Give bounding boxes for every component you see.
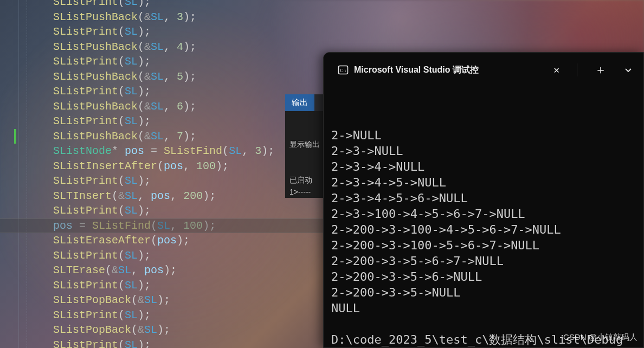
code-line[interactable]: SListPrint(SL); xyxy=(53,248,151,263)
output-header: 显示输出 xyxy=(289,138,324,150)
output-line: 1>----- xyxy=(289,186,324,198)
code-line[interactable]: SListPushBack(&SL, 4); xyxy=(53,40,196,55)
terminal-line: 2->NULL xyxy=(331,127,636,143)
terminal-line: 2->200->3->5->NULL xyxy=(331,285,636,300)
code-line[interactable]: SListPrint(SL); xyxy=(53,308,151,323)
watermark: CSDN @小镇敲码人 xyxy=(563,332,637,343)
terminal-tab[interactable]: C:\ Microsoft Visual Studio 调试控 xyxy=(330,60,486,80)
gutter-change-mark xyxy=(14,129,16,144)
code-line[interactable]: SListPushBack(&SL, 3); xyxy=(53,10,196,25)
terminal-line: 2->3->4->5->NULL xyxy=(331,175,636,190)
output-line: 已启动 xyxy=(289,174,324,186)
terminal-line: 2->200->3->100->5->6->7->NULL xyxy=(331,237,636,253)
close-tab-icon[interactable]: ✕ xyxy=(553,64,559,76)
code-line[interactable]: SListPrint(SL); xyxy=(53,173,151,189)
terminal-line: 2->200->3->100->4->5->6->7->NULL xyxy=(331,222,636,237)
code-line[interactable]: SListPushBack(&SL, 6); xyxy=(53,99,196,114)
current-line-highlight xyxy=(0,218,325,234)
code-line[interactable]: SListPopBack(&SL); xyxy=(53,323,170,338)
output-panel: 输出 显示输出 已启动1>-----1>test1>slis====== xyxy=(285,94,329,198)
terminal-line: 2->200->3->5->6->7->NULL xyxy=(331,253,636,269)
terminal-line: 2->3->100->4->5->6->7->NULL xyxy=(331,206,636,222)
terminal-line: 2->3->NULL xyxy=(331,143,636,159)
terminal-window: C:\ Microsoft Visual Studio 调试控 ✕ ＋ 2->N… xyxy=(323,52,644,348)
titlebar-divider xyxy=(577,63,577,76)
code-editor[interactable]: SListPrint(SL);SListPushBack(&SL, 3);SLi… xyxy=(0,0,325,348)
code-line[interactable]: SLTErase(&SL, pos); xyxy=(53,263,177,278)
code-line[interactable]: SListPrint(SL); xyxy=(53,278,151,293)
code-line[interactable]: SListPopBack(&SL); xyxy=(53,293,170,308)
code-line[interactable]: SListPrint(SL); xyxy=(53,203,151,218)
terminal-titlebar[interactable]: C:\ Microsoft Visual Studio 调试控 ✕ ＋ xyxy=(324,53,643,87)
terminal-line: NULL xyxy=(331,300,636,316)
terminal-tab-title: Microsoft Visual Studio 调试控 xyxy=(354,65,479,76)
code-line[interactable]: SListPrint(SL); xyxy=(53,114,151,129)
svg-text:C:\: C:\ xyxy=(340,68,346,73)
chevron-down-icon[interactable] xyxy=(624,66,633,74)
code-line[interactable]: SLTInsert(&SL, pos, 200); xyxy=(53,189,216,204)
code-line[interactable]: SListPushBack(&SL, 5); xyxy=(53,69,196,85)
code-line[interactable]: SListPrint(SL); xyxy=(53,54,151,69)
code-line[interactable]: SListPrint(SL); xyxy=(53,338,151,349)
code-line[interactable]: SListPushBack(&SL, 7); xyxy=(53,129,196,144)
terminal-line: 2->3->4->5->6->NULL xyxy=(331,190,636,206)
code-gutter xyxy=(11,0,27,348)
output-body: 显示输出 已启动1>-----1>test1>slis====== xyxy=(285,111,329,198)
output-tab[interactable]: 输出 xyxy=(285,94,314,111)
code-line[interactable]: SListEraseAfter(pos); xyxy=(53,233,190,248)
terminal-body[interactable]: 2->NULL2->3->NULL2->3->4->NULL2->3->4->5… xyxy=(324,87,643,348)
terminal-icon: C:\ xyxy=(338,65,349,75)
code-line[interactable]: SListPrint(SL); xyxy=(53,0,151,10)
terminal-line xyxy=(331,316,636,332)
terminal-line: 2->3->4->NULL xyxy=(331,159,636,175)
code-line[interactable]: SListPrint(SL); xyxy=(53,24,151,40)
new-tab-icon[interactable]: ＋ xyxy=(595,62,607,78)
code-line[interactable]: SListNode* pos = SListFind(SL, 3); xyxy=(53,144,274,159)
terminal-line: 2->200->3->5->6->NULL xyxy=(331,269,636,285)
code-line[interactable]: SListPrint(SL); xyxy=(53,84,151,99)
code-line[interactable]: SListInsertAfter(pos, 100); xyxy=(53,159,229,174)
